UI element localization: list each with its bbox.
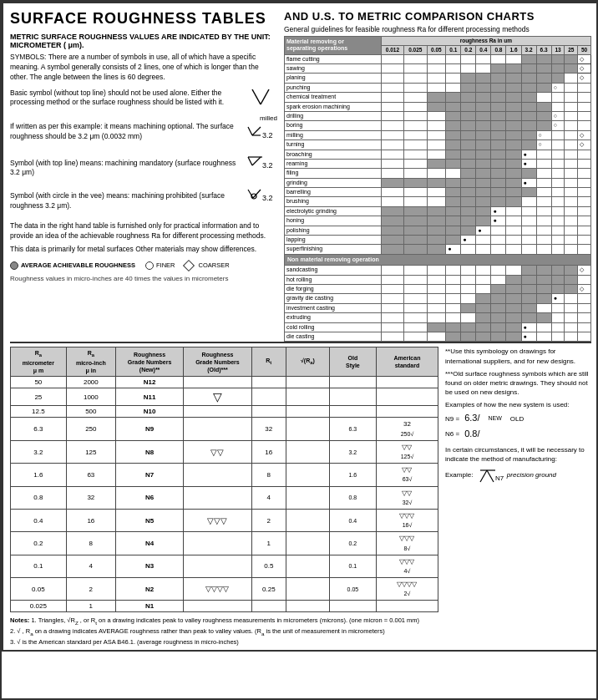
svg-text:N7: N7: [495, 474, 504, 482]
col-02: 0.2: [461, 45, 476, 54]
circle-symbol: 3.2: [244, 186, 277, 216]
use-note: **Use this symbology on drawings for int…: [445, 347, 591, 365]
table-row: brushing: [285, 197, 591, 206]
table-row: die forging ◇: [285, 284, 591, 293]
table-row: lapping ●: [285, 236, 591, 245]
main-data-table-wrap: Ramicrometerμ m Ramicro-inchμ in Roughne…: [10, 347, 438, 647]
roughness-ra-header: roughness Ra in um: [381, 37, 590, 46]
circle-symbol-text: Symbol (with circle in the vee) means: m…: [10, 191, 237, 211]
old-note: ***Old surface roughness symbols which a…: [445, 369, 591, 398]
svg-line-7: [252, 157, 261, 165]
svg-line-14: [480, 470, 487, 482]
table-row: 0.0251N1: [11, 601, 438, 612]
new-label: NEW: [488, 414, 501, 423]
col-header-um: Ramicrometerμ m: [11, 347, 67, 377]
note-1: Notes: 1. Triangles, √RZ , or Rt on a dr…: [10, 616, 438, 626]
side-notes-panel: **Use this symbology on drawings for int…: [445, 347, 591, 647]
svg-line-4: [252, 127, 261, 135]
symbols-intro: SYMBOLS: There are a number of symbols i…: [10, 53, 277, 83]
table-row: chemical treatment: [285, 93, 591, 102]
col-32: 3.2: [521, 45, 536, 54]
table-row: turning ○◇: [285, 140, 591, 150]
legend-average: AVERAGE ACHIEVABLE ROUGHNESS: [10, 261, 135, 271]
col-header-rt: Rt: [251, 347, 286, 377]
col-0025: 0.025: [404, 45, 427, 54]
table-row: punching ○: [285, 83, 591, 92]
table-row: broaching ●: [285, 150, 591, 159]
svg-line-0: [252, 89, 261, 104]
circumstances-note: In certain circumstances, it will be nec…: [445, 445, 591, 464]
col-04: 0.4: [476, 45, 491, 54]
n7-example: N7: [479, 471, 505, 479]
col-16: 1.6: [506, 45, 521, 54]
svg-line-15: [487, 470, 494, 482]
table-row: sawing ◇: [285, 63, 591, 73]
table-row: 0.14N30.50.1▽▽▽4√: [11, 555, 438, 577]
table-row: 12.5500N10: [11, 406, 438, 418]
n9-symbol: 6.3/: [464, 412, 479, 424]
table-row: planing ◇: [285, 74, 591, 83]
table-row: reaming ●: [285, 159, 591, 168]
table-row: 251000N11▽: [11, 388, 438, 406]
n6-label: N6 =: [445, 429, 459, 439]
note-2: 2. √ , Ra on a drawing indicates AVERAGE…: [10, 626, 438, 637]
table-row: barrelling: [285, 188, 591, 197]
roughness-note: Roughness values in micro-inches are 40 …: [10, 274, 277, 283]
col-08: 0.8: [491, 45, 506, 54]
svg-text:3.2: 3.2: [262, 131, 273, 139]
table-row: investment casting: [285, 303, 591, 312]
svg-text:3.2: 3.2: [262, 194, 273, 202]
table-row: superfinishing ●: [285, 245, 591, 254]
table-row: grinding ●: [285, 178, 591, 187]
table-row: 0.416N5▽▽▽20.4▽▽▽16√: [11, 509, 438, 531]
main-data-table: Ramicrometerμ m Ramicro-inchμ in Roughne…: [10, 347, 438, 612]
footer-notes: Notes: 1. Triangles, √RZ , or Rt on a dr…: [10, 616, 438, 647]
right-title: AND U.S. TO METRIC COMPARISON CHARTS: [284, 10, 591, 23]
svg-line-6: [248, 157, 252, 165]
col-header-am-std: Americanstandard: [376, 347, 438, 377]
table-row: spark erosion machining: [285, 102, 591, 111]
table-row: cold rolling ●: [285, 322, 591, 332]
basic-symbol-glyph: [244, 86, 277, 111]
n9-label: N9 =: [445, 414, 459, 424]
example2-block: Example: N7 precision ground: [445, 467, 591, 484]
example-title: Examples of how the new system is used:: [445, 400, 591, 409]
example2-label: Example:: [445, 471, 473, 479]
table-row: gravity die casting ●: [285, 294, 591, 303]
chart-material-header: Material removing orseparating operation…: [285, 37, 382, 55]
note-3: 3. √ is the American standard per ASA B4…: [10, 637, 438, 647]
col-25: 25: [565, 45, 578, 54]
svg-text:3.2: 3.2: [262, 161, 273, 170]
svg-line-1: [261, 89, 269, 104]
table-row: sandcasting ◇: [285, 266, 591, 275]
table-row: boring ○: [285, 121, 591, 130]
table-row: 502000N12: [11, 377, 438, 388]
table-row: filing: [285, 169, 591, 178]
precision-ground-label: precision ground: [507, 471, 556, 479]
table-row: extruding: [285, 313, 591, 322]
basic-symbol-text: Basic symbol (without top line) should n…: [10, 89, 237, 109]
milled-symbol-text: If written as per this example: it means…: [10, 122, 237, 142]
col-005: 0.05: [427, 45, 446, 54]
table-row: honing ●: [285, 216, 591, 226]
col-01: 0.1: [446, 45, 461, 54]
table-row: die casting ●: [285, 332, 591, 341]
right-subtitle: General guidelines for feasible roughnes…: [284, 25, 591, 33]
col-13: 13: [551, 45, 565, 54]
table-row: milling ○◇: [285, 130, 591, 139]
table-row: flame cutting ◇: [285, 54, 591, 63]
non-material-header-row: Non material removing operation: [285, 254, 591, 265]
col-header-uin: Ramicro-inchμ in: [66, 347, 115, 377]
table-row: 6.3250N9326.332250√: [11, 418, 438, 440]
col-0012: 0.012: [381, 45, 403, 54]
legend-coarser: COARSER: [185, 261, 229, 271]
col-header-old-grade: RoughnessGrade Numbers(Old)***: [184, 347, 251, 377]
table-row: 3.2125N8▽▽163.2▽▽125√: [11, 440, 438, 463]
table-row: hot rolling: [285, 275, 591, 284]
table-row: 0.28N410.2▽▽▽8√: [11, 532, 438, 555]
table-row: 0.832N640.8▽▽32√: [11, 486, 438, 509]
table-row: 0.052N2▽▽▽▽0.250.05▽▽▽▽2√: [11, 578, 438, 601]
metric-subtitle: METRIC SURFACE ROUGHNESS VALUES ARE INDI…: [10, 33, 277, 49]
roughness-chart-table: Material removing orseparating operation…: [284, 36, 591, 342]
material-note: This data is primarily for metal surface…: [10, 245, 277, 255]
